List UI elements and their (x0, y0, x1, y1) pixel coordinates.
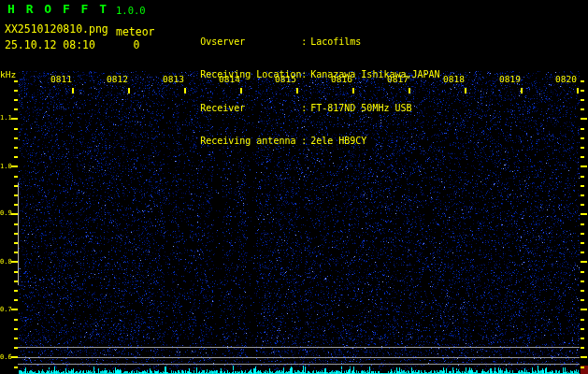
y-axis-label-0.8: 0.8 (0, 258, 11, 266)
x-axis-label-0813: 0813 (163, 75, 184, 84)
y-axis-label-0.9: 0.9 (0, 209, 11, 217)
y-axis-label-1.0: 1.0 (0, 163, 11, 170)
y-axis-label-1.1: 1.1 (0, 114, 11, 122)
x-axis-label-0815: 0815 (275, 75, 296, 84)
y-axis-label-0.6: 0.6 (0, 353, 11, 361)
x-axis-label-0820: 0820 (555, 75, 577, 84)
x-axis-label-0816: 0816 (331, 75, 352, 84)
x-axis-label-0819: 0819 (499, 75, 521, 84)
y-axis-label-0.7: 0.7 (0, 306, 11, 313)
x-axis-label-0817: 0817 (387, 75, 409, 84)
x-axis-label-0814: 0814 (219, 75, 240, 84)
x-axis-label-0818: 0818 (443, 75, 465, 84)
axis-labels-layer: 0811081208130814081508160817081808190820… (0, 0, 588, 374)
hrofft-window: H R O F F T 1.0.0 XX2510120810.png meteo… (0, 0, 588, 374)
x-axis-label-0811: 0811 (50, 75, 72, 84)
x-axis-label-0812: 0812 (107, 75, 128, 84)
